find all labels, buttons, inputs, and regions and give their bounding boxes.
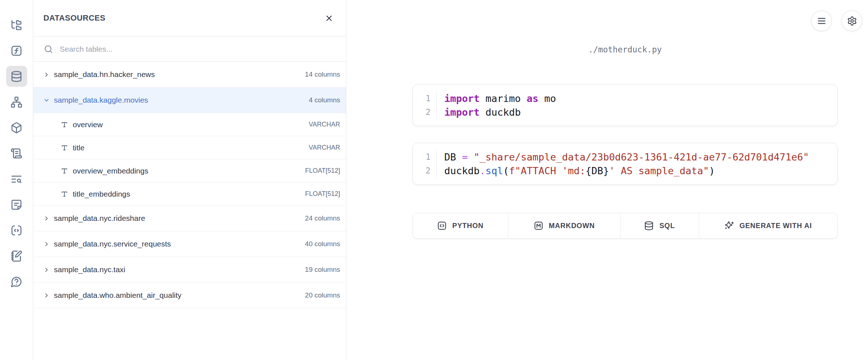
table-row[interactable]: sample_data.kaggle.movies4 columns: [33, 87, 346, 113]
menu-icon: [817, 16, 827, 26]
add-cell-label: SQL: [659, 222, 675, 230]
close-panel-button[interactable]: [323, 12, 335, 24]
search-tables-input[interactable]: [60, 45, 336, 53]
sidebar-item-documentation[interactable]: [6, 194, 27, 215]
sparkles-icon: [724, 221, 734, 231]
table-name: sample_data.nyc.rideshare: [54, 214, 145, 223]
column-name: title_embeddings: [73, 190, 130, 198]
table-column-count: 24 columns: [305, 214, 340, 222]
function-square-icon: [10, 45, 22, 57]
sticky-note-icon: [10, 199, 22, 211]
text-type-icon: [61, 144, 68, 151]
text-type-icon: [61, 190, 68, 198]
chevron-right-icon: [43, 215, 50, 222]
text-type-icon: [61, 121, 68, 128]
add-cell-markdown-button[interactable]: MARKDOWN: [508, 213, 620, 238]
chevron-right-icon: [43, 71, 50, 78]
table-row[interactable]: sample_data.nyc.service_requests40 colum…: [33, 231, 346, 257]
code-text: import marimo as mo: [437, 91, 556, 105]
column-name: overview_embeddings: [73, 167, 148, 175]
notebook-pen-icon: [10, 250, 22, 262]
column-type: VARCHAR: [309, 121, 340, 128]
database-icon: [10, 70, 22, 82]
code-text: DB = "_share/sample_data/23b0d623-1361-4…: [437, 150, 809, 164]
tables-list: sample_data.hn.hacker_news14 columnssamp…: [33, 62, 346, 308]
sidebar-rail: [0, 0, 33, 360]
column-row[interactable]: titleVARCHAR: [33, 136, 346, 159]
sidebar-item-variables[interactable]: [6, 40, 27, 61]
sidebar-item-outline[interactable]: [6, 143, 27, 164]
network-icon: [10, 96, 22, 108]
chat-question-icon: [10, 276, 22, 288]
add-cell-label: PYTHON: [452, 222, 484, 230]
package-icon: [10, 122, 22, 134]
datasources-panel: DATASOURCES sample_data.hn.hacker_news14…: [33, 0, 346, 360]
sidebar-item-files[interactable]: [6, 14, 27, 35]
sidebar-item-help[interactable]: [6, 271, 27, 292]
column-name: title: [73, 143, 85, 152]
line-number: 1: [413, 150, 437, 164]
search-row: [33, 37, 346, 62]
code-square-icon: [437, 221, 447, 231]
notebook-filename[interactable]: ./motherduck.py: [412, 45, 838, 54]
chevron-right-icon: [43, 241, 50, 248]
table-row[interactable]: sample_data.nyc.taxi19 columns: [33, 257, 346, 283]
notebook-menu-button[interactable]: [811, 10, 832, 31]
text-type-icon: [61, 167, 68, 175]
table-column-count: 40 columns: [305, 240, 340, 248]
sidebar-item-snippets[interactable]: [6, 220, 27, 241]
table-row[interactable]: sample_data.hn.hacker_news14 columns: [33, 62, 346, 87]
folder-tree-icon: [10, 19, 22, 31]
code-line: 1import marimo as mo: [413, 91, 837, 105]
chevron-right-icon: [43, 266, 50, 273]
top-actions: [811, 10, 862, 31]
sidebar-item-dependencies[interactable]: [6, 91, 27, 112]
add-cell-sql-button[interactable]: SQL: [620, 213, 699, 238]
column-row[interactable]: overviewVARCHAR: [33, 113, 346, 136]
add-cell-generate-with-ai-button[interactable]: GENERATE WITH AI: [699, 213, 837, 238]
table-row[interactable]: sample_data.who.ambient_air_quality20 co…: [33, 283, 346, 308]
panel-header: DATASOURCES: [33, 0, 346, 37]
code-cell[interactable]: 1import marimo as mo2import duckdb: [412, 84, 838, 126]
scroll-text-icon: [10, 147, 22, 159]
column-row[interactable]: title_embeddingsFLOAT[512]: [33, 183, 346, 206]
line-number: 2: [413, 164, 437, 177]
add-cell-row: PYTHONMARKDOWNSQLGENERATE WITH AI: [412, 213, 838, 239]
sidebar-item-scratchpad[interactable]: [6, 245, 27, 266]
table-name: sample_data.kaggle.movies: [54, 96, 148, 104]
table-column-count: 19 columns: [305, 266, 340, 274]
table-row[interactable]: sample_data.nyc.rideshare24 columns: [33, 206, 346, 231]
code-line: 1DB = "_share/sample_data/23b0d623-1361-…: [413, 150, 837, 164]
code-text: duckdb.sql(f"ATTACH 'md:{DB}' AS sample_…: [437, 164, 715, 177]
code-brackets-icon: [10, 224, 22, 236]
settings-button[interactable]: [842, 10, 862, 31]
table-name: sample_data.hn.hacker_news: [54, 70, 155, 79]
table-name: sample_data.who.ambient_air_quality: [54, 291, 182, 300]
add-cell-label: MARKDOWN: [549, 222, 595, 230]
sidebar-item-packages[interactable]: [6, 117, 27, 138]
code-line: 2import duckdb: [413, 105, 837, 119]
search-icon: [43, 44, 54, 54]
text-search-icon: [10, 173, 22, 185]
column-name: overview: [73, 120, 103, 129]
chevron-right-icon: [43, 292, 50, 299]
code-cell[interactable]: 1DB = "_share/sample_data/23b0d623-1361-…: [412, 143, 838, 185]
table-column-count: 14 columns: [305, 70, 340, 78]
chevron-down-icon: [43, 97, 50, 104]
column-row[interactable]: overview_embeddingsFLOAT[512]: [33, 159, 346, 183]
line-number: 1: [413, 91, 437, 105]
notebook-area: ./motherduck.py 1import marimo as mo2imp…: [346, 0, 868, 360]
sidebar-item-logs[interactable]: [6, 168, 27, 189]
gear-icon: [847, 16, 857, 26]
add-cell-python-button[interactable]: PYTHON: [413, 213, 508, 238]
add-cell-label: GENERATE WITH AI: [740, 222, 812, 230]
column-type: FLOAT[512]: [305, 167, 340, 175]
panel-title: DATASOURCES: [43, 13, 105, 23]
code-text: import duckdb: [437, 105, 521, 119]
table-name: sample_data.nyc.taxi: [54, 265, 125, 274]
table-column-count: 4 columns: [309, 96, 340, 104]
table-name: sample_data.nyc.service_requests: [54, 240, 171, 248]
sidebar-item-datasources[interactable]: [6, 66, 27, 87]
close-icon: [325, 14, 334, 23]
database-icon: [644, 221, 654, 231]
